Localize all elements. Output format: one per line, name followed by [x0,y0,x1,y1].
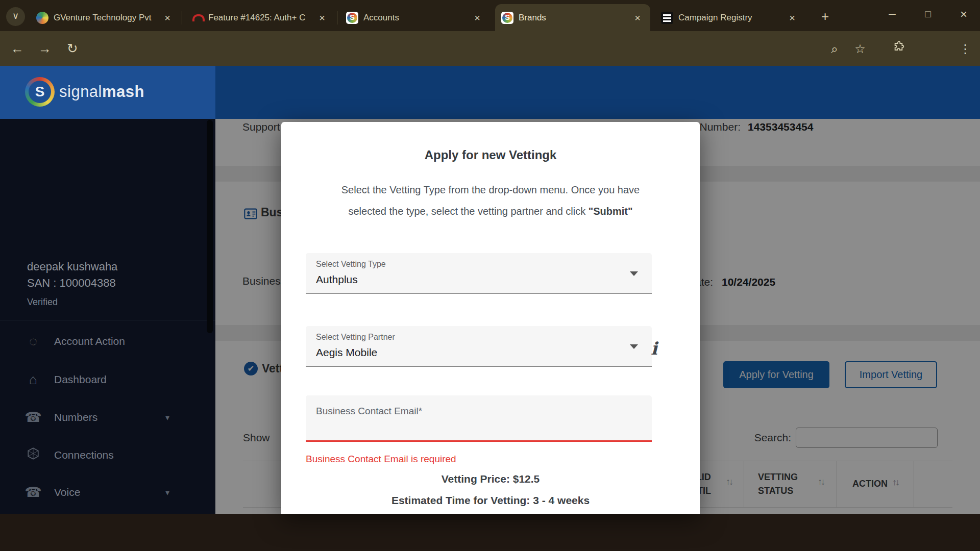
vetting-eta-text: Estimated Time for Vetting: 3 - 4 weeks [281,494,700,507]
chevron-down-icon: ▾ [165,488,169,497]
sidebar-item-label: Numbers [54,411,165,423]
tab-divider [182,11,182,24]
chevron-down-icon: ▾ [165,413,169,422]
signalmash-favicon [501,12,513,24]
tab-campaign-registry[interactable]: Campaign Registry × [655,4,805,31]
business-contact-email-input[interactable]: Business Contact Email* [306,395,652,442]
tab-title: Campaign Registry [678,13,780,23]
home-icon: ⌂ [24,372,42,388]
email-required-error: Business Contact Email is required [306,454,456,465]
sidebar-divider [0,320,215,320]
sidebar-item-label: Voice [54,486,165,498]
hexagon-icon [24,447,42,464]
modal-title: Apply for new Vettingk [281,148,700,162]
spinner-icon: ◌ [24,334,42,349]
tab-close-icon[interactable]: × [471,11,484,24]
forward-button[interactable]: → [35,38,55,59]
window-close-button[interactable]: × [948,0,979,28]
sidebar-item-label: Connections [54,449,215,461]
tab-redmine-feature[interactable]: Feature #14625: Auth+ C × [185,4,335,31]
user-san: SAN : 100004388 [27,277,116,290]
sidebar-item-voice[interactable]: ☎ Voice ▾ [0,473,215,511]
sidebar-item-label: Dashboard [54,373,215,386]
vetting-price-text: Vetting Price: $12.5 [281,473,700,485]
sidebar-item-account-action[interactable]: ◌ Account Action [0,322,215,360]
brand-name: signalmash [59,83,144,101]
gventure-favicon [36,12,48,24]
vetting-type-value: Authplus [316,273,358,286]
vetting-partner-label: Select Vetting Partner [316,333,395,342]
user-verified-status: Verified [27,297,58,308]
vetting-type-label: Select Vetting Type [316,260,386,269]
chevron-down-icon [630,344,638,349]
tab-accounts[interactable]: Accounts × [340,4,490,31]
puzzle-icon [893,41,905,53]
email-input-label: Business Contact Email* [316,406,422,417]
sidebar-scrollbar[interactable] [207,120,213,333]
tab-close-icon[interactable]: × [786,11,799,24]
modal-description-text: selected the type, select the vetting pa… [348,206,588,217]
browser-toolbar: ← → ↻ ⊗ Not secure https://signalmash.gv… [0,31,980,66]
zoom-icon[interactable]: ⌕ [826,40,843,58]
brand-bold: mash [102,83,144,101]
modal-description-line1: Select the Vetting Type from the drop-do… [312,184,669,196]
browser-menu-icon[interactable]: ⋮ [957,40,974,58]
window-maximize-button[interactable]: □ [913,0,943,28]
vetting-partner-select[interactable]: Select Vetting Partner Aegis Mobile [306,326,652,367]
info-icon[interactable]: i [651,338,657,359]
tab-brands-active[interactable]: Brands × [495,4,650,31]
tab-title: Feature #14625: Auth+ C [208,13,310,23]
back-button[interactable]: ← [7,38,28,59]
tab-title: Accounts [363,13,465,23]
redmine-favicon [191,12,203,24]
reload-button[interactable]: ↻ [62,38,83,59]
logo-strip: signalmash [0,66,215,119]
sidebar-item-numbers[interactable]: ☎ Numbers ▾ [0,398,215,436]
browser-tab-strip: ∨ GVenture Technology Pvt × Feature #146… [0,0,980,31]
vetting-partner-value: Aegis Mobile [316,346,377,359]
windows-taskbar: 7 500696 -3.33% Search T 30 W → ∧ ↻ [0,514,980,551]
signalmash-favicon [346,12,358,24]
brand-light: signal [59,83,102,101]
modal-description-bold: "Submit" [589,206,633,217]
apply-vetting-modal: Apply for new Vettingk Select the Vettin… [281,122,700,514]
tab-title: Brands [519,13,626,23]
modal-description-line2: selected the type, select the vetting pa… [312,206,669,217]
phone-icon: ☎ [24,484,42,500]
tab-search-button[interactable]: ∨ [6,7,25,26]
user-name: deepak kushwaha [27,260,117,273]
new-tab-button[interactable]: + [816,7,835,26]
bookmark-star-icon[interactable]: ☆ [851,40,869,58]
vetting-type-select[interactable]: Select Vetting Type Authplus [306,253,652,294]
tab-divider [337,11,337,24]
extensions-icon[interactable] [890,40,908,58]
window-minimize-button[interactable]: ─ [877,0,908,28]
tab-gventure[interactable]: GVenture Technology Pvt × [30,4,180,31]
campaign-registry-favicon [661,12,673,24]
signalmash-logo-icon [25,77,55,107]
tab-title: GVenture Technology Pvt [54,13,156,23]
sidebar: deepak kushwaha SAN : 100004388 Verified… [0,119,215,514]
tab-close-icon[interactable]: × [315,11,329,24]
sidebar-item-dashboard[interactable]: ⌂ Dashboard [0,361,215,398]
sidebar-item-connections[interactable]: Connections [0,436,215,474]
tab-close-icon[interactable]: × [631,11,644,24]
app-header: signalmash Brand › Brand details $ 166.5… [0,66,980,119]
phone-incoming-icon: ☎ [24,409,42,425]
tab-close-icon[interactable]: × [161,11,174,24]
sidebar-item-label: Account Action [54,335,215,347]
chevron-down-icon [630,271,638,276]
